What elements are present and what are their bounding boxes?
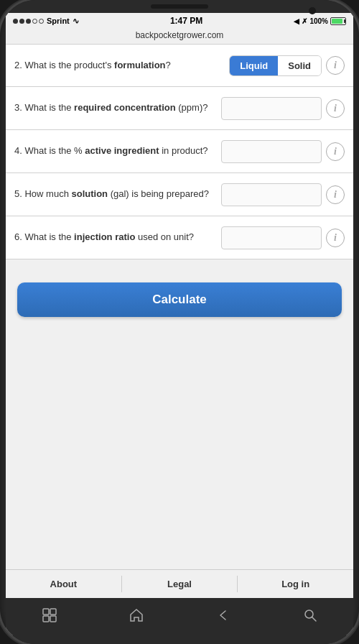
- battery-fill: [332, 19, 342, 24]
- q4-text-start: 4. What is the %: [14, 145, 85, 156]
- bluetooth-icon: ✗: [302, 17, 307, 25]
- question-3-row: 3. What is the required concentration (p…: [6, 87, 353, 130]
- q2-input-area: Liquid Solid i: [229, 55, 345, 76]
- legal-nav-item[interactable]: Legal: [121, 576, 238, 592]
- battery-percent: 100%: [309, 17, 328, 25]
- question-3-label: 3. What is the required concentration (p…: [14, 101, 221, 114]
- pages-nav-icon[interactable]: [39, 605, 60, 625]
- battery-icon: [330, 17, 346, 25]
- question-4-row: 4. What is the % active ingredient in pr…: [6, 130, 353, 173]
- question-2-label: 2. What is the product's formulation?: [14, 59, 229, 72]
- spacer-2: [6, 326, 353, 340]
- q2-text-bold: formulation: [114, 60, 166, 70]
- home-nav-icon[interactable]: [126, 605, 146, 625]
- svg-rect-3: [50, 616, 56, 622]
- signal-dots: [13, 19, 44, 24]
- signal-dot-5: [39, 19, 44, 24]
- speaker-grill: [151, 4, 208, 9]
- question-4-label: 4. What is the % active ingredient in pr…: [14, 144, 221, 157]
- status-right: ◀ ✗ 100%: [294, 17, 346, 25]
- screen: Sprint ∿ 1:47 PM ◀ ✗ 100% backpocketgrow…: [6, 13, 353, 635]
- q2-info-button[interactable]: i: [326, 56, 345, 75]
- toggle-group: Liquid Solid: [229, 55, 322, 76]
- q3-input[interactable]: [221, 97, 322, 120]
- q2-text-end: ?: [166, 60, 171, 70]
- q6-text-bold: injection ratio: [74, 231, 135, 242]
- wifi-icon: ∿: [73, 17, 79, 26]
- q5-text-end: (gal) is being prepared?: [108, 188, 209, 199]
- status-left: Sprint ∿: [13, 17, 79, 26]
- carrier-label: Sprint: [47, 17, 70, 25]
- calculate-button[interactable]: Calculate: [17, 282, 342, 317]
- q3-text-end: (ppm)?: [176, 102, 208, 113]
- signal-dot-2: [19, 19, 24, 24]
- signal-dot-1: [13, 19, 18, 24]
- svg-line-5: [312, 617, 316, 622]
- q2-text-start: 2. What is the product's: [14, 60, 114, 70]
- q4-input-area: i: [221, 140, 345, 163]
- signal-dot-4: [32, 19, 37, 24]
- q5-text-bold: solution: [71, 188, 108, 199]
- login-nav-item[interactable]: Log in: [237, 576, 353, 592]
- form-container: 2. What is the product's formulation? Li…: [6, 44, 353, 340]
- q6-info-button[interactable]: i: [326, 229, 345, 247]
- q5-input[interactable]: [221, 183, 322, 206]
- calculate-section: Calculate: [6, 274, 353, 326]
- question-2-row: 2. What is the product's formulation? Li…: [6, 44, 353, 87]
- q3-text-start: 3. What is the: [14, 102, 74, 113]
- url-bar[interactable]: backpocketgrower.com: [6, 29, 353, 44]
- bottom-nav: About Legal Log in: [6, 569, 353, 598]
- q4-text-bold: active ingredient: [85, 145, 159, 156]
- search-nav-icon[interactable]: [300, 605, 320, 625]
- q5-text-start: 5. How much: [14, 188, 71, 199]
- q3-input-area: i: [221, 97, 345, 120]
- q4-text-end: in product?: [159, 145, 208, 156]
- q5-input-area: i: [221, 183, 345, 206]
- status-time: 1:47 PM: [170, 16, 202, 26]
- url-text: backpocketgrower.com: [136, 30, 224, 40]
- svg-rect-1: [50, 609, 56, 615]
- phone-top-bar: [0, 0, 359, 13]
- camera-dot: [309, 7, 316, 14]
- q3-text-bold: required concentration: [74, 102, 176, 113]
- about-nav-item[interactable]: About: [6, 576, 121, 592]
- location-icon: ◀: [294, 17, 299, 25]
- question-5-row: 5. How much solution (gal) is being prep…: [6, 173, 353, 216]
- android-nav: [6, 598, 353, 635]
- toggle-solid-button[interactable]: Solid: [278, 56, 321, 75]
- q6-input[interactable]: [221, 226, 322, 249]
- q5-info-button[interactable]: i: [326, 185, 345, 204]
- svg-rect-2: [43, 616, 49, 622]
- q4-input[interactable]: [221, 140, 322, 163]
- status-bar: Sprint ∿ 1:47 PM ◀ ✗ 100%: [6, 13, 353, 29]
- back-nav-icon[interactable]: [213, 605, 233, 625]
- battery-tip: [344, 19, 345, 23]
- svg-rect-0: [43, 609, 49, 615]
- toggle-liquid-button[interactable]: Liquid: [230, 56, 278, 75]
- phone-bottom-bar: [0, 635, 359, 644]
- q3-info-button[interactable]: i: [326, 99, 345, 118]
- q6-text-start: 6. What is the: [14, 231, 74, 242]
- spacer: [6, 259, 353, 274]
- content-area: 2. What is the product's formulation? Li…: [6, 44, 353, 569]
- phone-frame: Sprint ∿ 1:47 PM ◀ ✗ 100% backpocketgrow…: [0, 0, 359, 644]
- question-6-label: 6. What is the injection ratio used on u…: [14, 231, 221, 244]
- q4-info-button[interactable]: i: [326, 142, 345, 161]
- question-5-label: 5. How much solution (gal) is being prep…: [14, 188, 221, 201]
- q6-text-end: used on unit?: [135, 231, 194, 242]
- signal-dot-3: [26, 19, 31, 24]
- question-6-row: 6. What is the injection ratio used on u…: [6, 216, 353, 259]
- q6-input-area: i: [221, 226, 345, 249]
